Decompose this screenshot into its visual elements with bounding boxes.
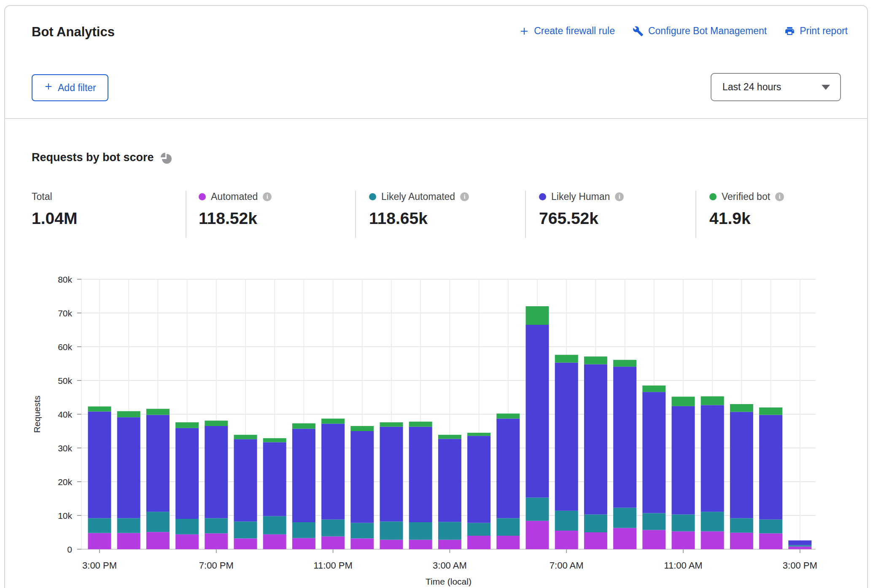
- header-actions: Create firewall rule Configure Bot Manag…: [519, 25, 848, 37]
- stats-row: Total 1.04M Automated 118.52k Likely Aut…: [0, 191, 873, 241]
- likely-automated-legend-dot: [369, 193, 376, 200]
- svg-text:40k: 40k: [58, 410, 72, 419]
- svg-text:3:00 PM: 3:00 PM: [783, 560, 817, 571]
- info-icon[interactable]: [263, 192, 272, 201]
- stat-label: Likely Human: [551, 191, 610, 202]
- chevron-down-icon: [822, 85, 830, 90]
- svg-text:10k: 10k: [58, 511, 72, 521]
- stat-likely-automated: Likely Automated 118.65k: [369, 191, 469, 228]
- stat-label: Automated: [211, 191, 258, 202]
- printer-icon: [784, 26, 795, 36]
- svg-text:7:00 PM: 7:00 PM: [199, 560, 234, 571]
- plus-icon: [44, 82, 53, 94]
- stat-label: Total: [32, 191, 52, 202]
- requests-by-bot-score-chart: 010k20k30k40k50k60k70k80k3:00 PM7:00 PM1…: [0, 253, 873, 588]
- stat-label: Likely Automated: [381, 191, 455, 202]
- stat-value: 765.52k: [539, 209, 624, 228]
- svg-text:70k: 70k: [58, 308, 72, 318]
- wrench-icon: [633, 26, 644, 37]
- add-filter-button[interactable]: Add filter: [32, 74, 108, 101]
- automated-legend-dot: [199, 193, 206, 200]
- time-range-value: Last 24 hours: [722, 81, 781, 93]
- plus-icon: [519, 26, 529, 36]
- likely-human-legend-dot: [539, 193, 546, 200]
- svg-text:60k: 60k: [58, 342, 72, 352]
- print-report-link[interactable]: Print report: [784, 25, 848, 37]
- svg-text:7:00 AM: 7:00 AM: [550, 560, 584, 571]
- svg-text:3:00 AM: 3:00 AM: [433, 560, 467, 571]
- create-firewall-rule-link[interactable]: Create firewall rule: [519, 25, 615, 37]
- svg-text:50k: 50k: [58, 376, 72, 386]
- stat-divider: [186, 191, 186, 238]
- stat-value: 1.04M: [32, 209, 77, 228]
- stat-value: 41.9k: [709, 209, 784, 228]
- info-icon[interactable]: [460, 192, 469, 201]
- stat-automated: Automated 118.52k: [199, 191, 272, 228]
- verified-bot-legend-dot: [709, 193, 717, 200]
- info-icon[interactable]: [775, 192, 784, 201]
- add-filter-label: Add filter: [58, 82, 96, 94]
- time-range-dropdown[interactable]: Last 24 hours: [711, 73, 841, 101]
- section-title: Requests by bot score: [32, 151, 154, 164]
- stat-verified-bot: Verified bot 41.9k: [709, 191, 784, 228]
- svg-text:80k: 80k: [58, 275, 72, 284]
- stat-label: Verified bot: [722, 191, 770, 202]
- action-label: Create firewall rule: [534, 25, 615, 37]
- header-divider: [5, 118, 868, 119]
- stat-value: 118.52k: [199, 209, 272, 228]
- svg-text:Time (local): Time (local): [426, 577, 472, 586]
- section-title-row: Requests by bot score: [32, 151, 172, 164]
- stat-likely-human: Likely Human 765.52k: [539, 191, 624, 228]
- configure-bot-management-link[interactable]: Configure Bot Management: [633, 25, 767, 37]
- svg-text:30k: 30k: [58, 443, 72, 453]
- action-label: Print report: [800, 25, 848, 37]
- svg-text:Requests: Requests: [32, 396, 42, 433]
- info-icon[interactable]: [615, 192, 624, 201]
- stat-total: Total 1.04M: [32, 191, 77, 228]
- svg-text:20k: 20k: [58, 477, 72, 487]
- svg-text:11:00 AM: 11:00 AM: [664, 560, 702, 571]
- stat-divider: [355, 191, 356, 238]
- svg-text:3:00 PM: 3:00 PM: [82, 560, 117, 571]
- stat-divider: [525, 191, 526, 238]
- svg-text:11:00 PM: 11:00 PM: [313, 560, 353, 571]
- stat-value: 118.65k: [369, 209, 469, 228]
- action-label: Configure Bot Management: [648, 25, 767, 37]
- svg-text:0: 0: [67, 545, 72, 554]
- stat-divider: [695, 191, 696, 238]
- page-title: Bot Analytics: [32, 24, 115, 40]
- pie-chart-icon: [161, 153, 172, 164]
